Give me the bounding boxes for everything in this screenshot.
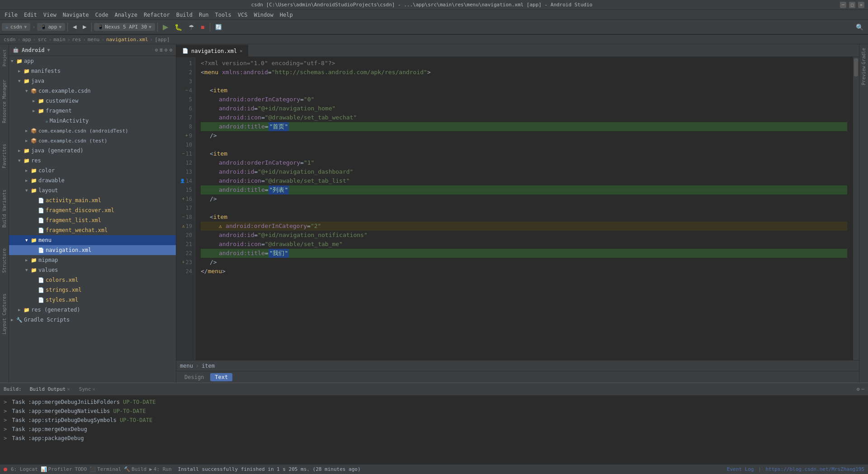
minimize-panel-icon[interactable]: ─ (861, 386, 864, 392)
tree-item-layout[interactable]: ▼ 📁 layout (9, 185, 176, 195)
code-content-area[interactable]: <?xml version="1.0" encoding="utf-8"?> <… (195, 57, 853, 360)
fold-icon-23[interactable]: + (182, 258, 185, 267)
editor-scrollbar[interactable] (853, 57, 859, 360)
tree-item-java-generated[interactable]: ▶ 📁 java (generated) (9, 146, 176, 156)
preview-label[interactable]: Preview (860, 62, 868, 89)
logcat-button[interactable]: 6: Logcat (11, 466, 38, 472)
scrollbar-thumb[interactable] (854, 58, 858, 76)
menu-help[interactable]: Help (277, 11, 296, 19)
profiler-button[interactable]: 📊 Profiler (41, 466, 72, 472)
tree-item-menu[interactable]: ▼ 📁 menu (9, 235, 176, 245)
tree-item-app[interactable]: ▼ 📁 app (9, 56, 176, 66)
tree-item-navigation-xml[interactable]: 📄 navigation.xml (9, 245, 176, 255)
preview-panel-trigger[interactable]: Preview (860, 62, 868, 90)
settings-gear-icon[interactable]: ⚙ (857, 386, 860, 392)
tree-item-fragment-wechat[interactable]: 📄 fragment_wechat.xml (9, 225, 176, 235)
fold-icon-4[interactable]: − (185, 86, 188, 95)
tree-item-mipmap[interactable]: ▶ 📁 mipmap (9, 255, 176, 265)
android-dropdown-icon[interactable]: ▼ (47, 47, 50, 52)
build-button[interactable]: 🔨 Build (124, 466, 146, 472)
menu-build[interactable]: Build (174, 11, 195, 19)
debug-button[interactable]: 🐛 (172, 21, 185, 33)
tab-close-icon[interactable]: ✕ (240, 48, 242, 53)
collapse-all-icon[interactable]: ≡ (160, 47, 163, 53)
breadcrumb-csdn[interactable]: csdn (4, 37, 16, 43)
project-icon[interactable]: Project (2, 44, 7, 71)
search-everywhere-button[interactable]: 🔍 (853, 21, 866, 33)
text-tab[interactable]: Text (210, 373, 232, 381)
menu-code[interactable]: Code (93, 11, 111, 19)
tree-item-colors-xml[interactable]: 📄 colors.xml (9, 275, 176, 285)
menu-file[interactable]: File (2, 11, 20, 19)
tree-item-androidtest[interactable]: ▶ 📦 com.example.csdn (androidTest) (9, 126, 176, 136)
todo-button[interactable]: TODO (75, 466, 87, 472)
menu-edit[interactable]: Edit (21, 11, 40, 19)
fold-icon-9[interactable]: + (185, 131, 188, 140)
menu-refactor[interactable]: Refactor (141, 11, 173, 19)
breadcrumb-menu[interactable]: menu (88, 37, 100, 43)
fold-icon-11[interactable]: − (182, 149, 185, 158)
run-button[interactable]: ▶ (160, 21, 171, 33)
tree-item-color[interactable]: ▶ 📁 color (9, 166, 176, 175)
resource-manager-label[interactable]: Resource Manager (0, 76, 8, 127)
tree-item-strings-xml[interactable]: 📄 strings.xml (9, 285, 176, 295)
menu-analyze[interactable]: Analyze (112, 11, 140, 19)
xml-bc-menu[interactable]: menu (180, 363, 193, 369)
run-status-button[interactable]: ▶ 4: Run (149, 466, 171, 472)
breadcrumb-app-module[interactable]: [app] (155, 37, 170, 43)
terminal-button[interactable]: ⬛ Terminal (90, 466, 121, 472)
tree-item-styles-xml[interactable]: 📄 styles.xml (9, 295, 176, 305)
event-log-link[interactable]: Event Log (727, 466, 754, 472)
build-variants-label[interactable]: Build Variants (0, 186, 8, 231)
sync-close-icon[interactable]: ✕ (92, 386, 95, 392)
coverage-button[interactable]: ☂ (186, 21, 197, 33)
build-output-tab[interactable]: Build Output ✕ (27, 385, 73, 393)
forward-button[interactable]: ▶ (80, 21, 89, 33)
breadcrumb-src[interactable]: src (38, 37, 47, 43)
restore-button[interactable]: □ (849, 2, 855, 8)
gradle-panel-trigger[interactable]: Gradle (860, 44, 868, 62)
layout-captures-label[interactable]: Layout Captures (0, 290, 8, 338)
tree-item-res[interactable]: ▼ 📁 res (9, 156, 176, 166)
tree-item-fragment[interactable]: ▶ 📁 fragment (9, 106, 176, 116)
build-output-close-icon[interactable]: ✕ (67, 386, 70, 392)
menu-view[interactable]: View (41, 11, 59, 19)
breadcrumb-app[interactable]: app (22, 37, 31, 43)
tree-item-values[interactable]: ▼ 📁 values (9, 265, 176, 275)
menu-tools[interactable]: Tools (212, 11, 234, 19)
sync-project-icon[interactable]: ⚙ (155, 47, 158, 53)
tree-item-gradle-scripts[interactable]: ▶ 🔧 Gradle Scripts (9, 315, 176, 325)
gear-icon[interactable]: ⚙ (169, 47, 172, 53)
favorites-label[interactable]: Favorites (0, 140, 8, 172)
menu-vcs[interactable]: VCS (235, 11, 250, 19)
settings-icon[interactable]: ⚙ (165, 47, 168, 53)
stop-button[interactable]: ■ (198, 21, 207, 33)
menu-window[interactable]: Window (251, 11, 276, 19)
tree-item-fragment-list[interactable]: 📄 fragment_list.xml (9, 215, 176, 225)
toolbar-device[interactable]: 📱 Nexus 5 API 30 ▼ (94, 23, 155, 31)
tree-item-customview[interactable]: ▶ 📁 customView (9, 96, 176, 106)
sync-tab[interactable]: Sync ✕ (76, 385, 98, 393)
structure-label[interactable]: Structure (0, 245, 8, 276)
toolbar-app-module[interactable]: 📱 app ▼ (37, 23, 65, 31)
tree-item-mainactivity[interactable]: ☕ MainActivity (9, 116, 176, 126)
tree-item-activity-main-xml[interactable]: 📄 activity_main.xml (9, 195, 176, 205)
tree-item-fragment-discover[interactable]: 📄 fragment_discover.xml (9, 205, 176, 215)
breadcrumb-res[interactable]: res (72, 37, 81, 43)
fold-icon-16[interactable]: + (182, 194, 185, 204)
fold-icon-18[interactable]: − (182, 213, 185, 222)
sync-button[interactable]: 🔄 (212, 21, 225, 33)
menu-run[interactable]: Run (196, 11, 212, 19)
minimize-button[interactable]: ─ (840, 2, 846, 8)
menu-navigate[interactable]: Navigate (60, 11, 92, 19)
back-button[interactable]: ◀ (70, 21, 79, 33)
tree-item-res-generated[interactable]: ▶ 📁 res (generated) (9, 305, 176, 315)
breadcrumb-main[interactable]: main (53, 37, 66, 43)
tree-item-drawable[interactable]: ▶ 📁 drawable (9, 175, 176, 185)
tab-navigation-xml[interactable]: 📄 navigation.xml ✕ (176, 45, 248, 57)
tree-item-java[interactable]: ▼ 📁 java (9, 76, 176, 86)
tree-item-test[interactable]: ▶ 📦 com.example.csdn (test) (9, 136, 176, 146)
design-tab[interactable]: Design (180, 373, 208, 381)
tree-item-manifests[interactable]: ▶ 📁 manifests (9, 66, 176, 76)
csdn-url-link[interactable]: https://blog.csdn.net/MrsZhang195 (765, 466, 864, 472)
